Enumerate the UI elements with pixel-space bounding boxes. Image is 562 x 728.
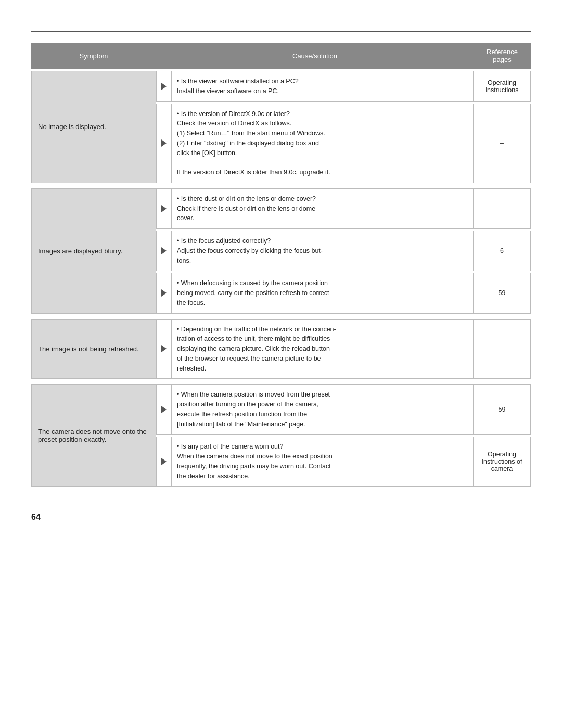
- table-row: • Is the viewer software installed on a …: [156, 71, 531, 102]
- symptom-cell: The camera does not move onto the preset…: [31, 384, 156, 487]
- rows-area: • Is there dust or dirt on the lens or d…: [156, 188, 531, 314]
- top-border: [31, 31, 531, 32]
- ref-cell: 6: [473, 231, 530, 271]
- ref-cell: –: [473, 189, 530, 228]
- rows-area: • When the camera position is moved from…: [156, 384, 531, 487]
- symptom-cell: No image is displayed.: [31, 71, 156, 183]
- ref-cell: OperatingInstructions: [473, 71, 530, 101]
- ref-cell: 59: [473, 385, 530, 434]
- arrow-icon: [161, 345, 167, 352]
- table-row: • When defocusing is caused by the camer…: [156, 273, 531, 313]
- arrow-icon: [161, 139, 167, 147]
- header-symptom: Symptom: [31, 43, 156, 69]
- symptom-group: No image is displayed.• Is the viewer so…: [31, 71, 531, 183]
- table-row: • When the camera position is moved from…: [156, 384, 531, 435]
- arrow-icon: [161, 289, 167, 297]
- symptom-cell: Images are displayed blurry.: [31, 188, 156, 314]
- ref-cell: OperatingInstructions ofcamera: [473, 437, 530, 486]
- arrow-cell: [157, 71, 171, 101]
- cause-cell: • Is the version of DirectX 9.0c or late…: [171, 104, 473, 183]
- cause-cell: • When the camera position is moved from…: [171, 385, 473, 434]
- ref-cell: –: [473, 320, 530, 379]
- ref-cell: 59: [473, 273, 530, 313]
- arrow-cell: [157, 231, 171, 271]
- arrow-icon: [161, 205, 167, 212]
- content-area: No image is displayed.• Is the viewer so…: [31, 71, 531, 487]
- header-cause: Cause/solution: [156, 43, 474, 69]
- arrow-cell: [157, 189, 171, 228]
- cause-cell: • Is the focus adjusted correctly? Adjus…: [171, 231, 473, 271]
- header-ref: Referencepages: [474, 43, 531, 69]
- symptom-group: The camera does not move onto the preset…: [31, 384, 531, 487]
- cause-cell: • Is any part of the camera worn out? Wh…: [171, 437, 473, 486]
- cause-cell: • Is the viewer software installed on a …: [171, 71, 473, 101]
- ref-cell: –: [473, 104, 530, 183]
- arrow-cell: [157, 104, 171, 183]
- arrow-icon: [161, 458, 167, 465]
- cause-cell: • Is there dust or dirt on the lens or d…: [171, 189, 473, 228]
- arrow-cell: [157, 320, 171, 379]
- cause-cell: • When defocusing is caused by the camer…: [171, 273, 473, 313]
- symptom-group: Images are displayed blurry.• Is there d…: [31, 188, 531, 314]
- arrow-cell: [157, 385, 171, 434]
- symptom-cell: The image is not being refreshed.: [31, 319, 156, 379]
- arrow-cell: [157, 273, 171, 313]
- symptom-group: The image is not being refreshed.• Depen…: [31, 319, 531, 379]
- table-row: • Depending on the traffic of the networ…: [156, 319, 531, 379]
- arrow-icon: [161, 247, 167, 254]
- arrow-icon: [161, 83, 167, 90]
- arrow-cell: [157, 437, 171, 486]
- cause-cell: • Depending on the traffic of the networ…: [171, 320, 473, 379]
- rows-area: • Is the viewer software installed on a …: [156, 71, 531, 183]
- table-header: Symptom Cause/solution Referencepages: [31, 43, 531, 69]
- table-row: • Is the version of DirectX 9.0c or late…: [156, 104, 531, 183]
- table-row: • Is any part of the camera worn out? Wh…: [156, 437, 531, 487]
- page-number: 64: [31, 513, 531, 522]
- table-row: • Is there dust or dirt on the lens or d…: [156, 188, 531, 229]
- rows-area: • Depending on the traffic of the networ…: [156, 319, 531, 379]
- arrow-icon: [161, 406, 167, 413]
- table-row: • Is the focus adjusted correctly? Adjus…: [156, 231, 531, 271]
